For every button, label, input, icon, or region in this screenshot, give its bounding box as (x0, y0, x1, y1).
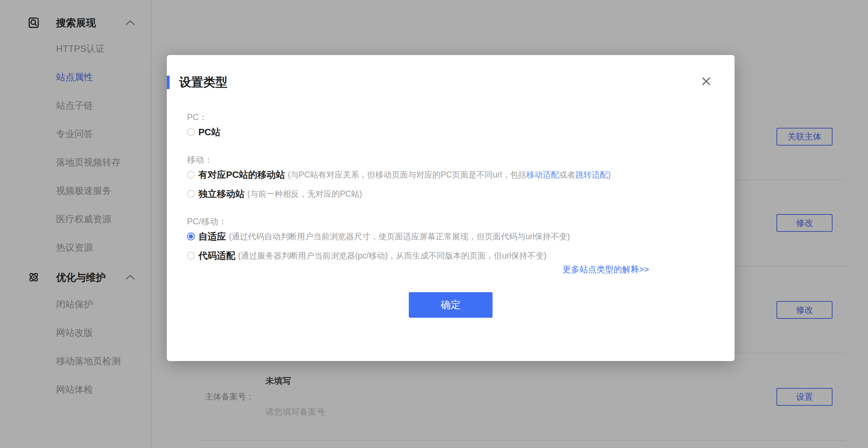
radio-option[interactable]: PC站 (187, 127, 220, 137)
description-text: 或者 (559, 170, 575, 179)
radio-option[interactable]: 有对应PC站的移动站(与PC站有对应关系，但移动页面与对应的PC页面是不同url… (187, 169, 611, 180)
radio-groups: PC：PC站移动：有对应PC站的移动站(与PC站有对应关系，但移动页面与对应的P… (187, 112, 720, 269)
app: 搜索展现 HTTPS认证站点属性站点子链专业问答落地页视频转存视频极速服务医疗权… (0, 0, 868, 448)
description-text: (通过服务器判断用户当前浏览器(pc/移动)，从而生成不同版本的页面，但url保… (238, 251, 546, 260)
radio-button[interactable] (187, 252, 195, 259)
radio-option[interactable]: 独立移动站(与前一种相反，无对应的PC站) (187, 189, 362, 199)
more-site-types-link[interactable]: 更多站点类型的解释>> (562, 264, 649, 275)
description-text: (通过代码自动判断用户当前浏览器尺寸，使页面适应屏幕正常展现，但页面代码与url… (229, 232, 570, 241)
radio-button[interactable] (187, 128, 195, 136)
inline-link[interactable]: 移动适配 (526, 170, 559, 179)
radio-button[interactable] (187, 190, 195, 198)
radio-option-description: (与前一种相反，无对应的PC站) (247, 189, 362, 199)
radio-option-label: 代码适配 (198, 250, 235, 261)
radio-option[interactable]: 代码适配(通过服务器判断用户当前浏览器(pc/移动)，从而生成不同版本的页面，但… (187, 250, 546, 261)
close-icon[interactable] (701, 76, 712, 87)
radio-option-label: 自适应 (198, 231, 226, 242)
radio-option[interactable]: 自适应(通过代码自动判断用户当前浏览器尺寸，使页面适应屏幕正常展现，但页面代码与… (187, 231, 570, 242)
radio-group-label: PC： (187, 112, 207, 122)
radio-group-label: 移动： (187, 154, 213, 165)
radio-option-description: (与PC站有对应关系，但移动页面与对应的PC页面是不同url，包括移动适配或者跳… (288, 169, 611, 180)
description-text: (与前一种相反，无对应的PC站) (247, 189, 362, 198)
confirm-button[interactable]: 确定 (409, 292, 493, 318)
radio-button-selected[interactable] (187, 233, 195, 240)
radio-option-description: (通过服务器判断用户当前浏览器(pc/移动)，从而生成不同版本的页面，但url保… (238, 250, 546, 261)
radio-option-label: PC站 (198, 127, 220, 137)
set-type-modal: 设置类型 PC：PC站移动：有对应PC站的移动站(与PC站有对应关系，但移动页面… (167, 55, 735, 361)
radio-option-label: 独立移动站 (198, 189, 245, 199)
description-text: (与PC站有对应关系，但移动页面与对应的PC页面是不同url，包括 (288, 170, 526, 179)
radio-option-description: (通过代码自动判断用户当前浏览器尺寸，使页面适应屏幕正常展现，但页面代码与url… (229, 231, 570, 242)
radio-group-label: PC/移动： (187, 216, 227, 227)
modal-title: 设置类型 (179, 74, 227, 90)
radio-option-label: 有对应PC站的移动站 (198, 169, 285, 180)
radio-button[interactable] (187, 171, 195, 179)
title-accent-bar (167, 76, 170, 89)
inline-link[interactable]: 跳转适配) (575, 170, 611, 179)
